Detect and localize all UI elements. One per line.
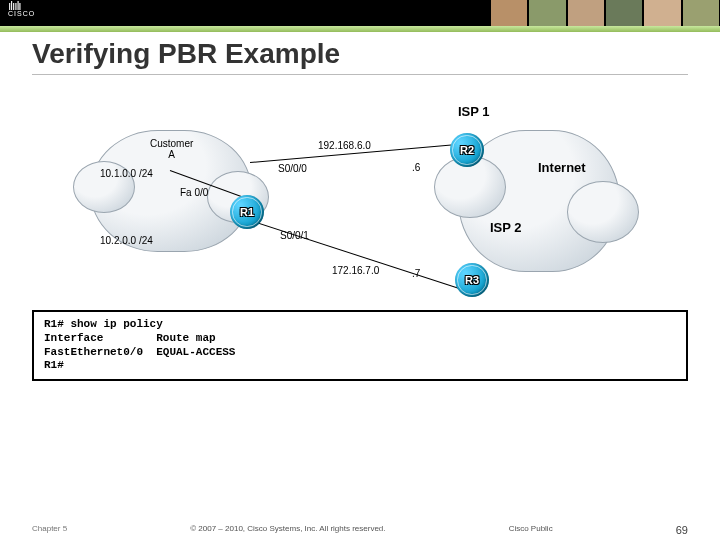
- footer: Chapter 5 © 2007 – 2010, Cisco Systems, …: [0, 524, 720, 536]
- customer-label: Customer A: [150, 138, 193, 160]
- chapter-label: Chapter 5: [32, 524, 67, 536]
- cisco-logo: ılıılı CISCO: [8, 2, 35, 17]
- host-up-label: .6: [412, 162, 420, 173]
- seg-up-label: 192.168.6.0: [318, 140, 371, 151]
- host-dn-label: .7: [412, 268, 420, 279]
- public-label: Cisco Public: [509, 524, 553, 536]
- network-diagram: R1 R2 R3 Customer A Internet ISP 1 ISP 2…: [60, 100, 680, 300]
- s01-label: S0/0/1: [280, 230, 309, 241]
- isp1-label: ISP 1: [458, 104, 490, 119]
- seg-dn-label: 172.16.7.0: [332, 265, 379, 276]
- page-number: 69: [676, 524, 688, 536]
- top-bar: ılıılı CISCO: [0, 0, 720, 26]
- cli-text: R1# show ip policy Interface Route map F…: [44, 318, 235, 371]
- router-r3: R3: [455, 263, 489, 297]
- header-photo-strip: [490, 0, 720, 26]
- accent-bar: [0, 26, 720, 32]
- router-r1: R1: [230, 195, 264, 229]
- net1-label: 10.1.0.0 /24: [100, 168, 153, 179]
- isp2-label: ISP 2: [490, 220, 522, 235]
- title-underline: [32, 74, 688, 75]
- fa-label: Fa 0/0: [180, 187, 208, 198]
- page-title: Verifying PBR Example: [32, 38, 340, 70]
- internet-label: Internet: [538, 160, 586, 175]
- router-r2: R2: [450, 133, 484, 167]
- net2-label: 10.2.0.0 /24: [100, 235, 153, 246]
- cli-output: R1# show ip policy Interface Route map F…: [32, 310, 688, 381]
- s00-label: S0/0/0: [278, 163, 307, 174]
- copyright-label: © 2007 – 2010, Cisco Systems, Inc. All r…: [190, 524, 385, 536]
